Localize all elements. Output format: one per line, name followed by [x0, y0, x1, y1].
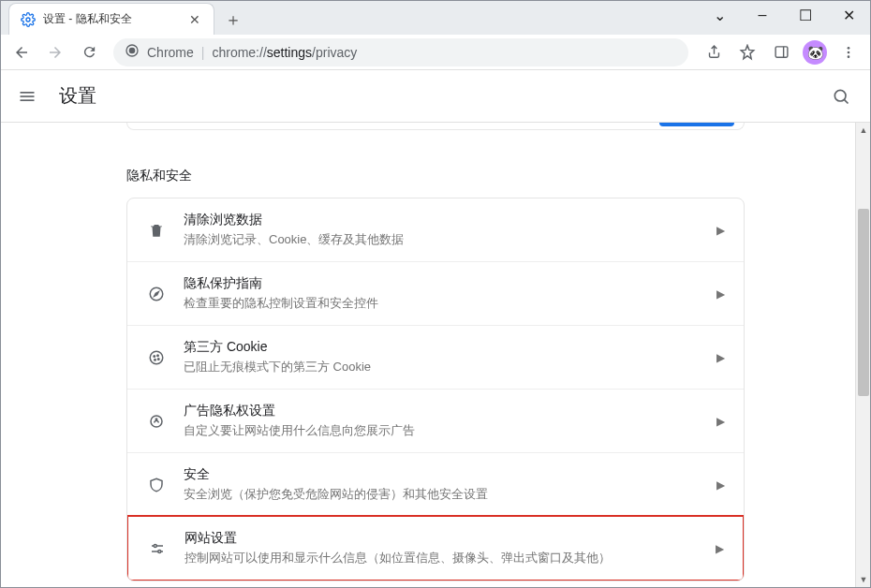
compass-icon: [146, 286, 167, 302]
chevron-right-icon: ▶: [716, 287, 725, 301]
tab-title: 设置 - 隐私和安全: [43, 11, 180, 27]
chevron-right-icon: ▶: [716, 224, 725, 237]
vertical-scrollbar[interactable]: ▲ ▼: [855, 123, 870, 587]
shield-icon: [146, 477, 167, 493]
svg-rect-9: [21, 96, 35, 97]
row-subtitle: 自定义要让网站使用什么信息向您展示广告: [184, 422, 700, 439]
row-title: 隐私保护指南: [184, 275, 700, 292]
reload-button[interactable]: [74, 37, 104, 67]
svg-rect-10: [21, 99, 35, 101]
url-label: Chrome: [147, 45, 194, 60]
gear-icon: [21, 12, 36, 27]
settings-header: 设置: [1, 70, 870, 123]
ads-icon: [146, 413, 167, 430]
partial-card-above: [126, 123, 745, 130]
row-ad-privacy[interactable]: 广告隐私权设置 自定义要让网站使用什么信息向您展示广告 ▶: [127, 389, 744, 452]
row-privacy-guide[interactable]: 隐私保护指南 检查重要的隐私控制设置和安全控件 ▶: [127, 261, 744, 325]
minimize-button[interactable]: –: [741, 1, 784, 29]
row-title: 清除浏览数据: [184, 212, 700, 228]
url-text: chrome://settings/privacy: [212, 45, 357, 60]
svg-point-15: [150, 351, 163, 364]
share-icon[interactable]: [698, 37, 730, 67]
page-title: 设置: [59, 83, 96, 109]
close-tab-icon[interactable]: ✕: [187, 13, 202, 26]
row-subtitle: 安全浏览（保护您免受危险网站的侵害）和其他安全设置: [184, 486, 700, 503]
row-subtitle: 控制网站可以使用和显示什么信息（如位置信息、摄像头、弹出式窗口及其他）: [185, 550, 699, 566]
svg-point-0: [26, 18, 30, 22]
svg-point-7: [848, 55, 850, 58]
window-controls: ⌄ – ☐ ✕: [698, 1, 870, 29]
row-title: 安全: [184, 466, 700, 483]
bookmark-icon[interactable]: [731, 37, 763, 67]
browser-tab[interactable]: 设置 - 隐私和安全 ✕: [8, 3, 214, 35]
scroll-down-arrow[interactable]: ▼: [856, 572, 870, 587]
section-title: 隐私和安全: [126, 168, 745, 184]
chevron-right-icon: ▶: [716, 542, 724, 555]
svg-rect-3: [775, 47, 788, 57]
svg-point-2: [129, 48, 134, 52]
address-bar: Chrome | chrome://settings/privacy 🐼: [1, 35, 870, 70]
svg-line-12: [844, 99, 848, 103]
search-icon[interactable]: [825, 81, 857, 112]
window-dropdown-button[interactable]: ⌄: [698, 1, 741, 29]
svg-point-18: [155, 359, 156, 360]
chrome-window: 设置 - 隐私和安全 ✕ ＋ ⌄ – ☐ ✕ Chrome | chr: [0, 0, 871, 588]
row-third-party-cookies[interactable]: 第三方 Cookie 已阻止无痕模式下的第三方 Cookie ▶: [127, 325, 744, 389]
sliders-icon: [147, 540, 168, 557]
svg-point-25: [158, 550, 161, 552]
forward-button[interactable]: [40, 37, 70, 67]
new-tab-button[interactable]: ＋: [220, 7, 246, 33]
hamburger-menu-icon[interactable]: [14, 83, 40, 110]
svg-point-16: [154, 355, 155, 357]
svg-point-21: [155, 419, 157, 420]
row-subtitle: 清除浏览记录、Cookie、缓存及其他数据: [184, 231, 700, 248]
row-clear-browsing-data[interactable]: 清除浏览数据 清除浏览记录、Cookie、缓存及其他数据 ▶: [127, 198, 744, 261]
maximize-button[interactable]: ☐: [784, 1, 827, 29]
scroll-thumb[interactable]: [858, 209, 869, 396]
svg-point-19: [158, 358, 160, 360]
site-info-icon[interactable]: [125, 43, 140, 61]
row-title: 广告隐私权设置: [184, 403, 700, 419]
svg-marker-14: [155, 291, 159, 296]
kebab-menu-icon[interactable]: [833, 37, 864, 67]
chevron-right-icon: ▶: [716, 415, 725, 428]
svg-point-17: [157, 355, 159, 357]
svg-rect-8: [21, 92, 35, 94]
row-security[interactable]: 安全 安全浏览（保护您免受危险网站的侵害）和其他安全设置 ▶: [127, 452, 744, 516]
close-window-button[interactable]: ✕: [827, 1, 870, 29]
svg-point-11: [834, 90, 846, 101]
cookie-icon: [146, 349, 167, 366]
row-title: 网站设置: [185, 530, 699, 547]
svg-point-24: [154, 544, 156, 547]
back-button[interactable]: [7, 37, 37, 67]
chevron-right-icon: ▶: [716, 351, 725, 364]
svg-point-5: [848, 47, 850, 50]
trash-icon: [146, 222, 167, 239]
row-title: 第三方 Cookie: [184, 339, 700, 356]
chevron-right-icon: ▶: [716, 478, 725, 492]
row-site-settings[interactable]: 网站设置 控制网站可以使用和显示什么信息（如位置信息、摄像头、弹出式窗口及其他）…: [126, 515, 745, 581]
row-subtitle: 已阻止无痕模式下的第三方 Cookie: [184, 359, 700, 375]
omnibox[interactable]: Chrome | chrome://settings/privacy: [113, 38, 688, 66]
row-subtitle: 检查重要的隐私控制设置和安全控件: [184, 295, 700, 312]
profile-avatar[interactable]: 🐼: [799, 37, 831, 67]
privacy-card: 清除浏览数据 清除浏览记录、Cookie、缓存及其他数据 ▶ 隐私保护指南 检查…: [126, 198, 745, 581]
svg-point-6: [848, 51, 850, 53]
titlebar: 设置 - 隐私和安全 ✕ ＋ ⌄ – ☐ ✕: [1, 1, 870, 35]
settings-content: 隐私和安全 清除浏览数据 清除浏览记录、Cookie、缓存及其他数据 ▶: [1, 123, 870, 587]
scroll-up-arrow[interactable]: ▲: [856, 123, 870, 138]
side-panel-icon[interactable]: [765, 37, 797, 67]
